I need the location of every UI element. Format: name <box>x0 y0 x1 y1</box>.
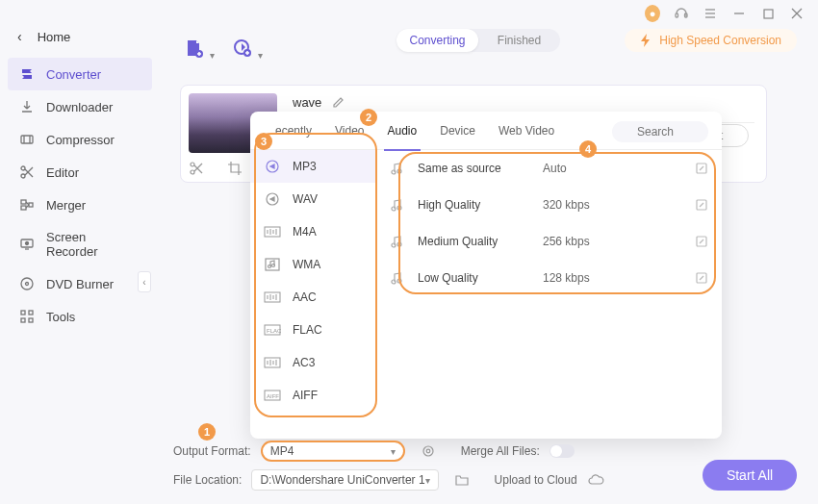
svg-rect-6 <box>764 10 773 18</box>
quality-row[interactable]: High Quality320 kbps <box>375 187 722 223</box>
svg-point-22 <box>26 242 29 245</box>
sidebar-item-label: Editor <box>46 165 79 180</box>
tab-label: ecently <box>275 124 312 138</box>
svg-rect-49 <box>265 292 280 302</box>
svg-point-47 <box>268 265 271 268</box>
quality-row[interactable]: Medium Quality256 kbps <box>375 223 722 260</box>
svg-point-48 <box>272 265 275 267</box>
chevron-down-icon: ▾ <box>425 475 430 486</box>
high-speed-pill[interactable]: High Speed Conversion <box>625 29 797 52</box>
seg-label: Converting <box>409 34 465 47</box>
fmt-wav[interactable]: WAV <box>250 183 375 215</box>
sidebar-item-editor[interactable]: Editor <box>8 156 152 189</box>
file-location-dropdown[interactable]: D:\Wondershare UniConverter 1▾ <box>251 469 438 491</box>
fmt-label: MP3 <box>293 160 317 173</box>
cloud-icon[interactable] <box>587 473 604 487</box>
fmt-m4a[interactable]: M4A <box>250 215 375 248</box>
fmt-flac[interactable]: FLACFLAC <box>250 314 375 346</box>
format-popover: ecently Video Audio Device Web Video MP3… <box>250 112 722 439</box>
bolt-icon <box>640 34 652 47</box>
callout-badge-4: 4 <box>579 140 597 158</box>
audio-file-icon <box>264 356 281 369</box>
quality-list: Same as sourceAuto High Quality320 kbps … <box>375 150 722 439</box>
seg-label: Finished <box>498 34 541 47</box>
music-note-icon <box>389 161 406 176</box>
sidebar-item-tools[interactable]: Tools <box>8 300 152 333</box>
trim-icon[interactable] <box>189 161 204 176</box>
dd-value: MP4 <box>270 444 294 458</box>
sidebar-item-downloader[interactable]: Downloader <box>8 90 152 123</box>
close-icon[interactable] <box>789 6 805 21</box>
audio-file-icon: FLAC <box>264 323 281 337</box>
sidebar-item-screen-recorder[interactable]: Screen Recorder <box>8 221 152 267</box>
fmt-mp3[interactable]: MP3 <box>250 150 375 183</box>
gear-icon[interactable] <box>421 443 436 459</box>
sidebar-item-merger[interactable]: Merger <box>8 189 152 221</box>
add-file-icon[interactable]: ▾ <box>182 36 207 61</box>
svg-rect-26 <box>21 311 25 315</box>
tab-recently[interactable]: ecently <box>264 112 323 150</box>
audio-file-icon <box>264 258 281 271</box>
edit-icon[interactable] <box>695 162 708 175</box>
svg-rect-27 <box>29 311 33 315</box>
output-format-label: Output Format: <box>173 444 251 458</box>
svg-point-24 <box>21 278 33 290</box>
folder-icon[interactable] <box>454 473 470 487</box>
tab-audio[interactable]: Audio <box>376 112 429 150</box>
home-back[interactable]: ‹ Home <box>17 29 70 44</box>
tab-device[interactable]: Device <box>428 112 487 150</box>
quality-value: Auto <box>543 162 695 175</box>
headset-icon[interactable] <box>674 6 689 21</box>
status-segmented: Converting Finished <box>396 29 560 52</box>
merge-toggle[interactable] <box>550 444 575 458</box>
sidebar-item-dvd-burner[interactable]: DVD Burner <box>8 267 152 300</box>
menu-icon[interactable] <box>703 6 718 21</box>
sidebar-item-label: DVD Burner <box>46 277 114 291</box>
svg-point-25 <box>26 283 29 286</box>
minimize-icon[interactable] <box>731 6 747 21</box>
svg-text:AIFF: AIFF <box>267 393 279 399</box>
fmt-aiff[interactable]: AIFFAIFF <box>250 379 375 412</box>
sidebar-item-label: Merger <box>46 198 86 213</box>
grid-icon <box>19 309 35 324</box>
svg-rect-29 <box>29 318 33 322</box>
fmt-label: AC3 <box>293 356 315 369</box>
disc-icon <box>19 276 35 291</box>
quality-name: Low Quality <box>418 271 543 285</box>
svg-rect-41 <box>265 227 280 237</box>
audio-file-icon <box>264 225 281 239</box>
maximize-icon[interactable] <box>760 6 776 21</box>
seg-converting[interactable]: Converting <box>396 29 478 52</box>
tab-webvideo[interactable]: Web Video <box>487 112 566 150</box>
converter-icon <box>19 66 35 82</box>
hs-label: High Speed Conversion <box>659 34 781 47</box>
edit-icon[interactable] <box>695 198 708 212</box>
crop-icon[interactable] <box>227 161 243 176</box>
output-format-dropdown[interactable]: MP4▾ <box>261 441 405 462</box>
sidebar-item-converter[interactable]: Converter <box>8 58 152 90</box>
quality-value: 128 kbps <box>543 271 695 285</box>
add-url-icon[interactable]: ▾ <box>230 36 255 61</box>
quality-row[interactable]: Same as sourceAuto <box>375 150 722 187</box>
edit-icon[interactable] <box>695 271 708 285</box>
sidebar-item-label: Screen Recorder <box>46 230 141 259</box>
fmt-aac[interactable]: AAC <box>250 281 375 314</box>
fmt-ac3[interactable]: AC3 <box>250 346 375 379</box>
fmt-wma[interactable]: WMA <box>250 248 375 281</box>
fmt-label: M4A <box>293 225 317 239</box>
fmt-label: WAV <box>293 192 318 206</box>
sidebar-collapse-handle[interactable]: ‹ <box>138 271 151 292</box>
edit-icon[interactable] <box>695 235 708 248</box>
avatar[interactable]: ● <box>645 6 660 21</box>
seg-finished[interactable]: Finished <box>478 29 560 52</box>
start-all-button[interactable]: Start All <box>703 460 797 491</box>
svg-rect-18 <box>29 203 33 207</box>
fmt-label: FLAC <box>293 323 322 337</box>
search-input[interactable] <box>612 121 708 142</box>
callout-badge-3: 3 <box>255 133 272 150</box>
sidebar-item-compressor[interactable]: Compressor <box>8 123 152 156</box>
quality-row[interactable]: Low Quality128 kbps <box>375 260 722 296</box>
fmt-label: AIFF <box>293 389 318 402</box>
music-note-icon <box>389 234 406 249</box>
edit-name-icon[interactable] <box>331 96 345 110</box>
